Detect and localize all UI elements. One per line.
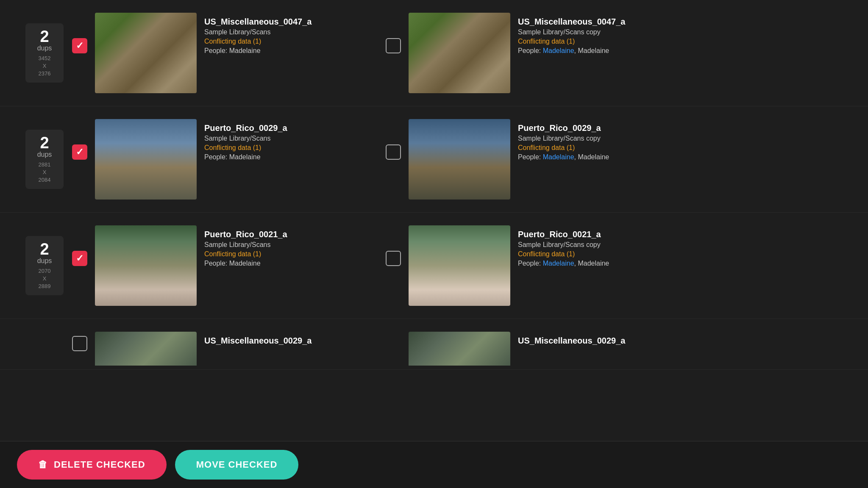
dup-badge: 2 dups 2881X2084: [25, 130, 64, 189]
items-row: US_Miscellaneous_0047_a Sample Library/S…: [72, 13, 843, 93]
photo-library: Sample Library/Scans copy: [518, 28, 682, 36]
checkbox-checked[interactable]: [72, 251, 87, 266]
checkbox-unchecked[interactable]: [72, 336, 87, 351]
dups-label: dups: [30, 151, 59, 158]
checkbox-area: [386, 144, 401, 160]
checkbox-unchecked[interactable]: [386, 38, 401, 53]
items-row: US_Miscellaneous_0029_a US_Miscellaneous…: [72, 332, 843, 366]
dup-count: 2: [30, 135, 59, 151]
checkbox-area: [72, 251, 87, 266]
conflicting-data: Conflicting data (1): [204, 144, 369, 152]
checkbox-area: [72, 38, 87, 53]
people-highlight: Madelaine: [543, 153, 574, 161]
dup-group: 2 dups 3452X2376 US_Miscellaneous_0047_a…: [0, 0, 868, 106]
checkbox-checked[interactable]: [72, 38, 87, 53]
photo-name: US_Miscellaneous_0047_a: [518, 17, 682, 27]
conflicting-data: Conflicting data (1): [518, 38, 682, 45]
people-highlight: Madelaine: [543, 260, 574, 267]
photo-item: US_Miscellaneous_0047_a Sample Library/S…: [386, 13, 682, 93]
photo-name: US_Miscellaneous_0029_a: [204, 336, 369, 346]
photo-item: US_Miscellaneous_0047_a Sample Library/S…: [72, 13, 369, 93]
photo-thumbnail: [409, 13, 510, 93]
move-checked-button[interactable]: MOVE CHECKED: [175, 450, 299, 480]
photo-name: US_Miscellaneous_0047_a: [204, 17, 369, 27]
dup-dimensions: 2070X2889: [30, 267, 59, 291]
checkbox-unchecked[interactable]: [386, 251, 401, 266]
dup-dimensions: 3452X2376: [30, 55, 59, 78]
photo-people: People: Madelaine, Madelaine: [518, 260, 682, 267]
photo-thumbnail: [95, 13, 197, 93]
checkbox-area: [386, 251, 401, 266]
photo-thumbnail: [409, 119, 510, 200]
photo-thumbnail-partial: [409, 332, 510, 366]
conflicting-data: Conflicting data (1): [204, 250, 369, 258]
checkbox-area: [72, 144, 87, 160]
photo-info: Puerto_Rico_0021_a Sample Library/Scans …: [518, 225, 682, 267]
photo-people: People: Madelaine: [204, 260, 369, 267]
photo-people: People: Madelaine, Madelaine: [518, 47, 682, 55]
items-row: Puerto_Rico_0029_a Sample Library/Scans …: [72, 119, 843, 200]
dups-label: dups: [30, 257, 59, 265]
photo-library: Sample Library/Scans: [204, 241, 369, 249]
photo-info: Puerto_Rico_0021_a Sample Library/Scans …: [204, 225, 369, 267]
dup-group: 2 dups 2881X2084 Puerto_Rico_0029_a Samp…: [0, 106, 868, 213]
people-highlight: Madelaine: [543, 47, 574, 54]
checkbox-area: [386, 38, 401, 53]
photo-info: Puerto_Rico_0029_a Sample Library/Scans …: [204, 119, 369, 161]
photo-name: Puerto_Rico_0021_a: [518, 230, 682, 239]
photo-info: Puerto_Rico_0029_a Sample Library/Scans …: [518, 119, 682, 161]
dup-badge: 2 dups 3452X2376: [25, 23, 64, 83]
photo-info: US_Miscellaneous_0047_a Sample Library/S…: [204, 13, 369, 55]
dup-dimensions: 2881X2084: [30, 161, 59, 184]
photo-name: US_Miscellaneous_0029_a: [518, 336, 682, 346]
dup-group: 2 dups US_Miscellaneous_0029_a US_Miscel: [0, 319, 868, 370]
photo-people: People: Madelaine, Madelaine: [518, 153, 682, 161]
photo-item: Puerto_Rico_0029_a Sample Library/Scans …: [386, 119, 682, 200]
checkbox-unchecked[interactable]: [386, 144, 401, 160]
dup-count: 2: [30, 28, 59, 44]
photo-item: Puerto_Rico_0029_a Sample Library/Scans …: [72, 119, 369, 200]
photo-thumbnail: [95, 225, 197, 306]
photo-item: Puerto_Rico_0021_a Sample Library/Scans …: [386, 225, 682, 306]
delete-checked-button[interactable]: 🗑 DELETE CHECKED: [17, 450, 167, 480]
photo-item: US_Miscellaneous_0029_a: [386, 332, 682, 366]
photo-name: Puerto_Rico_0029_a: [518, 123, 682, 133]
photo-library: Sample Library/Scans: [204, 135, 369, 142]
photo-thumbnail: [409, 225, 510, 306]
delete-checked-label: DELETE CHECKED: [54, 459, 145, 470]
photo-info: US_Miscellaneous_0029_a: [518, 332, 682, 347]
trash-icon: 🗑: [38, 459, 48, 470]
checkbox-area: [72, 336, 87, 351]
conflicting-data: Conflicting data (1): [518, 144, 682, 152]
items-row: Puerto_Rico_0021_a Sample Library/Scans …: [72, 225, 843, 306]
photo-info: US_Miscellaneous_0047_a Sample Library/S…: [518, 13, 682, 55]
dup-group: 2 dups 2070X2889 Puerto_Rico_0021_a Samp…: [0, 213, 868, 319]
scroll-container: 2 dups 3452X2376 US_Miscellaneous_0047_a…: [0, 0, 868, 438]
photo-library: Sample Library/Scans: [204, 28, 369, 36]
conflicting-data: Conflicting data (1): [518, 250, 682, 258]
conflicting-data: Conflicting data (1): [204, 38, 369, 45]
checkbox-checked[interactable]: [72, 144, 87, 160]
photo-name: Puerto_Rico_0021_a: [204, 230, 369, 239]
dup-badge: 2 dups 2070X2889: [25, 236, 64, 296]
photo-thumbnail-partial: [95, 332, 197, 366]
photo-info: US_Miscellaneous_0029_a: [204, 332, 369, 347]
photo-people: People: Madelaine: [204, 153, 369, 161]
photo-people: People: Madelaine: [204, 47, 369, 55]
dup-count: 2: [30, 241, 59, 257]
move-checked-label: MOVE CHECKED: [196, 459, 278, 470]
photo-item: Puerto_Rico_0021_a Sample Library/Scans …: [72, 225, 369, 306]
photo-thumbnail: [95, 119, 197, 200]
photo-item: US_Miscellaneous_0029_a: [72, 332, 369, 366]
photo-library: Sample Library/Scans copy: [518, 241, 682, 249]
photo-library: Sample Library/Scans copy: [518, 135, 682, 142]
dups-label: dups: [30, 44, 59, 52]
action-bar: 🗑 DELETE CHECKED MOVE CHECKED: [0, 441, 868, 488]
photo-name: Puerto_Rico_0029_a: [204, 123, 369, 133]
